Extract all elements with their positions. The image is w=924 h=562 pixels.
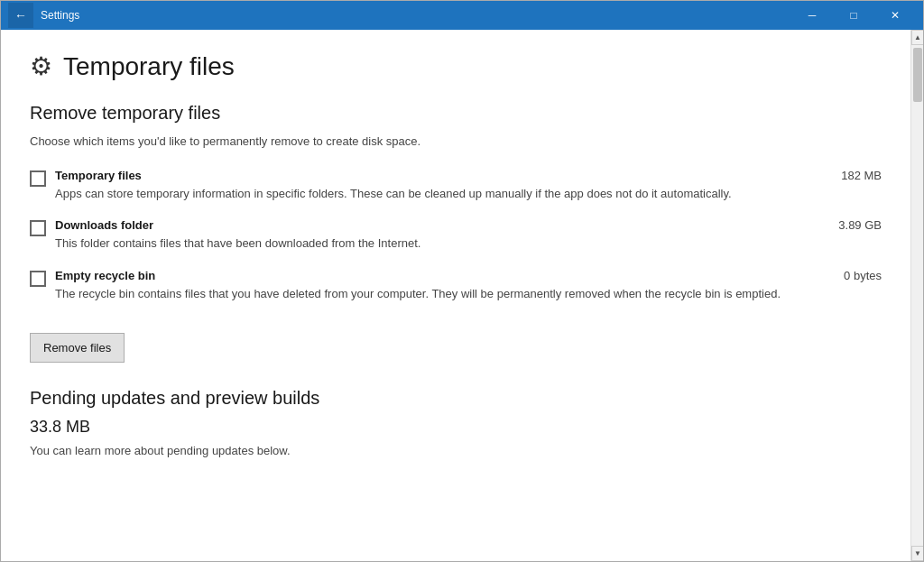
scrollbar-arrow-up[interactable]: ▲	[911, 30, 923, 45]
file-item-desc-temporary: Apps can store temporary information in …	[55, 185, 882, 203]
file-item-content-downloads: Downloads folder 3.89 GB This folder con…	[55, 218, 882, 253]
gear-icon: ⚙	[30, 51, 52, 81]
file-item-header-temporary: Temporary files 182 MB	[55, 169, 882, 182]
checkbox-recycle[interactable]	[30, 271, 46, 287]
file-item-temporary: Temporary files 182 MB Apps can store te…	[30, 169, 882, 203]
file-item-header-recycle: Empty recycle bin 0 bytes	[55, 269, 882, 282]
scrollbar[interactable]: ▲ ▼	[910, 30, 923, 561]
file-item-content-recycle: Empty recycle bin 0 bytes The recycle bi…	[55, 269, 882, 303]
section-description: Choose which items you'd like to permane…	[30, 133, 882, 151]
file-item-recycle: Empty recycle bin 0 bytes The recycle bi…	[30, 269, 882, 303]
section-title: Remove temporary files	[30, 103, 882, 124]
file-item-size-downloads: 3.89 GB	[838, 218, 882, 232]
pending-description: You can learn more about pending updates…	[30, 444, 882, 457]
minimize-button[interactable]: ─	[791, 1, 833, 30]
scrollbar-arrow-down[interactable]: ▼	[911, 546, 923, 561]
close-button[interactable]: ✕	[874, 1, 916, 30]
scrollbar-thumb[interactable]	[913, 48, 922, 102]
back-button[interactable]: ←	[8, 3, 33, 28]
file-item-desc-downloads: This folder contains files that have bee…	[55, 235, 882, 253]
titlebar: ← Settings ─ □ ✕	[1, 1, 923, 30]
page-title-row: ⚙ Temporary files	[30, 51, 882, 81]
file-item-desc-recycle: The recycle bin contains files that you …	[55, 285, 882, 303]
file-item-content-temporary: Temporary files 182 MB Apps can store te…	[55, 169, 882, 203]
file-item-name-recycle: Empty recycle bin	[55, 269, 155, 282]
file-item-size-temporary: 182 MB	[841, 169, 882, 182]
titlebar-title: Settings	[41, 9, 791, 22]
settings-window: ← Settings ─ □ ✕ ⚙ Temporary files Remov…	[0, 0, 924, 562]
file-item-name-downloads: Downloads folder	[55, 218, 153, 232]
window-controls: ─ □ ✕	[791, 1, 916, 30]
file-item-downloads: Downloads folder 3.89 GB This folder con…	[30, 218, 882, 253]
file-item-size-recycle: 0 bytes	[844, 269, 882, 282]
checkbox-downloads[interactable]	[30, 220, 46, 236]
main-content: ⚙ Temporary files Remove temporary files…	[1, 30, 910, 561]
checkbox-temporary[interactable]	[30, 170, 46, 187]
file-item-header-downloads: Downloads folder 3.89 GB	[55, 218, 882, 232]
page-title: Temporary files	[63, 52, 235, 81]
file-item-name-temporary: Temporary files	[55, 169, 142, 182]
pending-section-title: Pending updates and preview builds	[30, 388, 882, 409]
content-wrapper: ⚙ Temporary files Remove temporary files…	[1, 30, 923, 561]
pending-size: 33.8 MB	[30, 418, 882, 437]
remove-files-button[interactable]: Remove files	[30, 333, 125, 363]
maximize-button[interactable]: □	[833, 1, 874, 30]
